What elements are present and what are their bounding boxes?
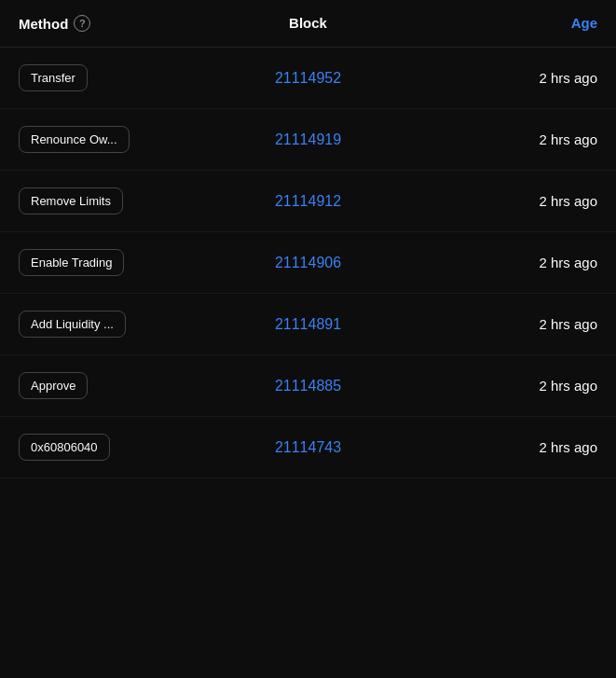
method-badge[interactable]: Enable Trading: [19, 249, 124, 276]
table-row: Enable Trading 21114906 2 hrs ago: [0, 232, 616, 294]
table-row: Remove Limits 21114912 2 hrs ago: [0, 171, 616, 232]
method-header: Method ?: [19, 15, 212, 32]
table-row: Transfer 21114952 2 hrs ago: [0, 48, 616, 109]
table-row: Add Liquidity ... 21114891 2 hrs ago: [0, 294, 616, 355]
method-cell: Transfer: [19, 64, 212, 91]
method-cell: 0x60806040: [19, 434, 212, 461]
age-cell: 2 hrs ago: [404, 316, 597, 332]
age-cell: 2 hrs ago: [404, 70, 597, 86]
age-cell: 2 hrs ago: [404, 131, 597, 147]
method-badge[interactable]: Approve: [19, 372, 88, 399]
age-cell: 2 hrs ago: [404, 193, 597, 209]
method-label: Method: [19, 16, 68, 32]
table-row: Renounce Ow... 21114919 2 hrs ago: [0, 109, 616, 171]
method-cell: Remove Limits: [19, 187, 212, 214]
age-cell: 2 hrs ago: [404, 439, 597, 455]
block-cell[interactable]: 21114952: [212, 70, 404, 87]
block-cell[interactable]: 21114885: [212, 378, 404, 394]
block-cell[interactable]: 21114906: [212, 255, 404, 271]
block-cell[interactable]: 21114912: [212, 193, 404, 210]
rows-container: Transfer 21114952 2 hrs ago Renounce Ow.…: [0, 48, 616, 478]
block-cell[interactable]: 21114919: [212, 131, 404, 148]
method-badge[interactable]: 0x60806040: [19, 434, 110, 461]
age-cell: 2 hrs ago: [404, 378, 597, 394]
method-badge[interactable]: Remove Limits: [19, 187, 123, 214]
table-header: Method ? Block Age: [0, 0, 616, 48]
method-cell: Enable Trading: [19, 249, 212, 276]
table-row: Approve 21114885 2 hrs ago: [0, 355, 616, 417]
block-cell[interactable]: 21114743: [212, 439, 404, 456]
method-cell: Approve: [19, 372, 212, 399]
method-badge[interactable]: Transfer: [19, 64, 88, 91]
table-row: 0x60806040 21114743 2 hrs ago: [0, 417, 616, 478]
method-cell: Add Liquidity ...: [19, 311, 212, 338]
age-cell: 2 hrs ago: [404, 255, 597, 270]
method-badge[interactable]: Renounce Ow...: [19, 126, 130, 153]
block-header: Block: [212, 15, 404, 32]
method-cell: Renounce Ow...: [19, 126, 212, 153]
age-header: Age: [404, 15, 597, 32]
transactions-table: Method ? Block Age Transfer 21114952 2 h…: [0, 0, 616, 478]
block-cell[interactable]: 21114891: [212, 316, 404, 333]
help-icon[interactable]: ?: [74, 15, 90, 32]
method-badge[interactable]: Add Liquidity ...: [19, 311, 126, 338]
